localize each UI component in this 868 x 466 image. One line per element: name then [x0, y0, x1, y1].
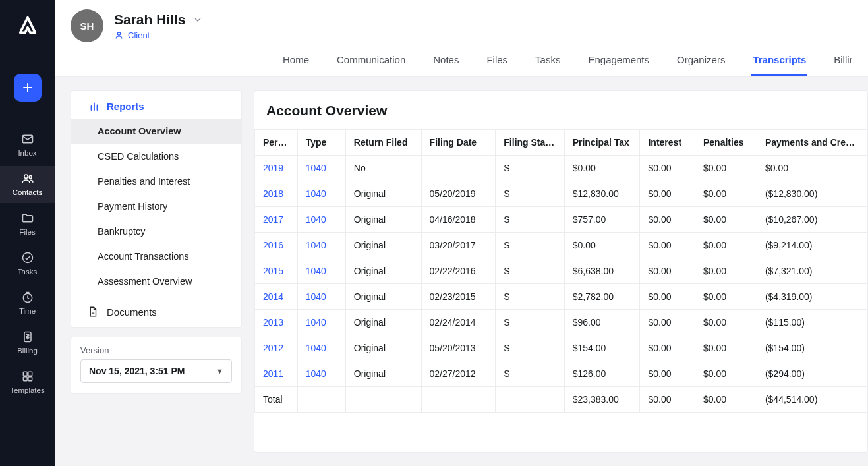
- cell-status: S: [496, 310, 564, 335]
- tab-tasks[interactable]: Tasks: [534, 54, 562, 76]
- tab-home[interactable]: Home: [281, 54, 310, 76]
- cell-return: No: [345, 156, 421, 181]
- svg-rect-11: [28, 377, 32, 381]
- tab-engagements[interactable]: Engagements: [587, 54, 651, 76]
- table-row: 20121040Original05/20/2013S$154.00$0.00$…: [255, 335, 867, 361]
- cell-period[interactable]: 2012: [255, 335, 298, 361]
- column-header[interactable]: Filing Date: [421, 130, 496, 156]
- rail-item-files[interactable]: Files: [0, 206, 55, 243]
- column-header[interactable]: Type: [297, 130, 345, 156]
- report-item-account-overview[interactable]: Account Overview: [71, 119, 241, 144]
- cell-status: S: [496, 207, 564, 233]
- rail-item-templates[interactable]: Templates: [0, 364, 55, 401]
- rail-item-tasks[interactable]: Tasks: [0, 245, 55, 282]
- cell-status: S: [496, 181, 564, 207]
- report-item-assessment-overview[interactable]: Assessment Overview: [71, 269, 241, 294]
- cell-total: Total: [255, 387, 298, 413]
- client-name-row[interactable]: Sarah Hills: [114, 12, 203, 28]
- client-header: SH Sarah Hills Client: [71, 9, 852, 42]
- app-rail: Inbox Contacts Files Tasks Time Billing: [0, 0, 55, 466]
- cell-interest: $0.00: [640, 284, 695, 310]
- app-logo-icon: [14, 12, 41, 38]
- column-header[interactable]: Filing Status: [496, 130, 564, 156]
- documents-item[interactable]: Documents: [71, 298, 241, 327]
- table-row: 20141040Original02/23/2015S$2,782.00$0.0…: [255, 284, 867, 310]
- cell-penalties: $0.00: [695, 181, 757, 207]
- cell-payments: ($9,214.00): [757, 233, 867, 258]
- people-icon: [20, 171, 35, 186]
- client-name: Sarah Hills: [114, 12, 186, 28]
- cell-principal: $96.00: [564, 310, 640, 335]
- documents-label: Documents: [107, 306, 157, 318]
- cell-period[interactable]: 2018: [255, 181, 298, 207]
- rail-item-label: Tasks: [18, 268, 37, 276]
- report-item-account-transactions[interactable]: Account Transactions: [71, 244, 241, 269]
- cell-period[interactable]: 2014: [255, 284, 298, 310]
- report-item-bankruptcy[interactable]: Bankruptcy: [71, 219, 241, 244]
- cell-type[interactable]: 1040: [297, 181, 345, 207]
- tab-organizers[interactable]: Organizers: [676, 54, 726, 76]
- mail-icon: [20, 132, 35, 146]
- column-header[interactable]: Payments and Credits: [757, 130, 867, 156]
- table-row: 20151040Original02/22/2016S$6,638.00$0.0…: [255, 258, 867, 284]
- column-header[interactable]: Penalties: [695, 130, 757, 156]
- cell-interest: $0.00: [640, 181, 695, 207]
- version-select[interactable]: Nov 15, 2021, 3:51 PM ▼: [80, 359, 232, 383]
- column-header[interactable]: Return Filed: [345, 130, 421, 156]
- cell-period[interactable]: 2017: [255, 207, 298, 233]
- cell-type[interactable]: 1040: [297, 284, 345, 310]
- cell-type[interactable]: 1040: [297, 233, 345, 258]
- column-header[interactable]: Principal Tax: [564, 130, 640, 156]
- cell-type[interactable]: 1040: [297, 361, 345, 387]
- cell-type[interactable]: 1040: [297, 258, 345, 284]
- cell-filing_date: 05/20/2019: [421, 181, 496, 207]
- cell-period[interactable]: 2015: [255, 258, 298, 284]
- cell-type[interactable]: 1040: [297, 310, 345, 335]
- rail-item-billing[interactable]: Billing: [0, 324, 55, 361]
- tab-notes[interactable]: Notes: [432, 54, 460, 76]
- cell-payments: ($115.00): [757, 310, 867, 335]
- svg-rect-8: [23, 372, 27, 376]
- layout-icon: [20, 369, 35, 384]
- svg-rect-10: [23, 377, 27, 381]
- cell-type[interactable]: 1040: [297, 207, 345, 233]
- rail-item-time[interactable]: Time: [0, 285, 55, 322]
- cell-principal: $757.00: [564, 207, 640, 233]
- create-button[interactable]: [14, 74, 42, 102]
- cell-period[interactable]: 2011: [255, 361, 298, 387]
- cell-payments: ($4,319.00): [757, 284, 867, 310]
- column-header[interactable]: Interest: [640, 130, 695, 156]
- side-panel: Reports Account OverviewCSED Calculation…: [71, 90, 242, 453]
- tab-communication[interactable]: Communication: [335, 54, 407, 76]
- rail-item-label: Files: [19, 228, 35, 236]
- cell-filing_date: 05/20/2013: [421, 335, 496, 361]
- cell-period[interactable]: 2016: [255, 233, 298, 258]
- cell-total: [345, 387, 421, 413]
- rail-item-inbox[interactable]: Inbox: [0, 127, 55, 163]
- cell-period[interactable]: 2019: [255, 156, 298, 181]
- cell-penalties: $0.00: [695, 207, 757, 233]
- document-icon: [87, 306, 99, 318]
- tab-files[interactable]: Files: [485, 54, 509, 76]
- table-row: 20131040Original02/24/2014S$96.00$0.00$0…: [255, 310, 867, 335]
- page-title: Account Overview: [254, 91, 867, 129]
- column-header[interactable]: Period: [255, 130, 298, 156]
- cell-filing_date: 02/24/2014: [421, 310, 496, 335]
- cell-return: Original: [345, 233, 421, 258]
- cell-principal: $6,638.00: [564, 258, 640, 284]
- rail-item-label: Templates: [10, 386, 44, 394]
- cell-penalties: $0.00: [695, 233, 757, 258]
- cell-penalties: $0.00: [695, 284, 757, 310]
- tab-transcripts[interactable]: Transcripts: [751, 54, 807, 76]
- reports-card: Reports Account OverviewCSED Calculation…: [71, 90, 242, 328]
- cell-type[interactable]: 1040: [297, 335, 345, 361]
- tab-billing[interactable]: Billing: [832, 54, 852, 76]
- cell-period[interactable]: 2013: [255, 310, 298, 335]
- report-item-csed-calculations[interactable]: CSED Calculations: [71, 144, 241, 169]
- reports-header[interactable]: Reports: [71, 91, 241, 119]
- rail-item-contacts[interactable]: Contacts: [0, 166, 55, 203]
- report-item-penalties-and-interest[interactable]: Penalties and Interest: [71, 169, 241, 194]
- report-item-payment-history[interactable]: Payment History: [71, 194, 241, 219]
- cell-total: $0.00: [640, 387, 695, 413]
- cell-type[interactable]: 1040: [297, 156, 345, 181]
